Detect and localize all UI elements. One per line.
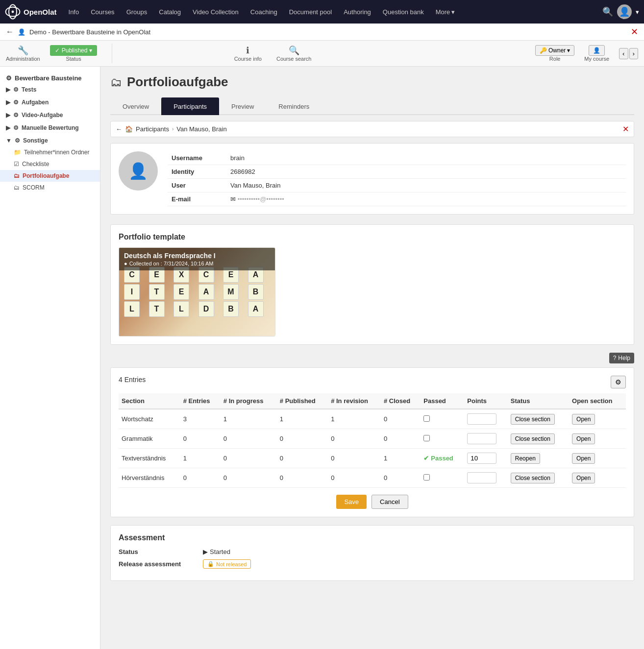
- user-info-table: Username brain Identity 2686982 User Van…: [168, 151, 626, 206]
- points-input[interactable]: [467, 453, 496, 464]
- open-button[interactable]: Open: [572, 473, 595, 483]
- sidebar-icon: ⚙: [6, 74, 12, 82]
- prev-arrow[interactable]: ‹: [619, 48, 628, 59]
- back-icon[interactable]: ←: [116, 125, 122, 133]
- my-course-button[interactable]: 👤: [589, 45, 605, 56]
- lock-icon: 🔒: [207, 561, 214, 567]
- email-text: ••••••••••@••••••••: [238, 195, 284, 203]
- open-cell: Open: [569, 429, 626, 449]
- col-closed: 0: [381, 409, 421, 429]
- open-button[interactable]: Open: [572, 414, 595, 425]
- sidebar-item-checkliste[interactable]: ☑ Checkliste: [0, 158, 100, 170]
- next-arrow[interactable]: ›: [629, 48, 638, 59]
- published-button[interactable]: ✓ Published ▾: [50, 45, 98, 56]
- nav-groups[interactable]: Groups: [122, 5, 152, 19]
- search-icon[interactable]: 🔍: [602, 6, 613, 17]
- tab-preview[interactable]: Preview: [219, 97, 266, 115]
- expand-icon: ▶: [6, 124, 10, 131]
- passed-checkbox[interactable]: [423, 474, 430, 481]
- entries-section: 4 Entries ⚙ Section # Entries # In progr…: [110, 367, 634, 517]
- course-info-item[interactable]: ℹ Course info: [234, 45, 262, 62]
- passed-cell: [421, 429, 464, 449]
- sidebar-item-scorm[interactable]: 🗂 SCORM: [0, 182, 100, 193]
- nav-document-pool[interactable]: Document pool: [284, 5, 337, 19]
- sidebar-item-manuelle-bewertung[interactable]: ▶ ⚙ Manuelle Bewertung: [0, 122, 100, 134]
- content-area: 🗂 Portfolioaufgabe Overview Participants…: [100, 67, 644, 649]
- sidebar-item-portfolioaufgabe[interactable]: 🗂 Portfolioaufgabe: [0, 170, 100, 182]
- top-navigation: OpenOlat Info Courses Groups Catalog Vid…: [0, 0, 644, 24]
- tile: L: [124, 301, 140, 317]
- sidebar-item-aufgaben[interactable]: ▶ ⚙ Aufgaben: [0, 96, 100, 108]
- participant-breadcrumb: ← 🏠 Participants › Van Mauso, Brain ✕: [110, 121, 634, 137]
- col-section: Section: [119, 393, 180, 409]
- main-layout: ⚙ Bewertbare Bausteine ▶ ⚙ Tests ▶ ⚙ Auf…: [0, 67, 644, 649]
- role-button[interactable]: 🔑 Owner ▾: [535, 45, 574, 56]
- close-button[interactable]: ✕: [631, 26, 638, 37]
- portfolio-section-title: Portfolio template: [119, 233, 626, 241]
- settings-button[interactable]: ⚙: [611, 376, 626, 388]
- col-published: 1: [277, 409, 328, 429]
- close-section-button[interactable]: Close section: [511, 473, 555, 483]
- course-search-label: Course search: [276, 56, 312, 62]
- sidebar-item-teilnehmer-ordner[interactable]: 📁 Teilnehmer*innen Ordner: [0, 146, 100, 158]
- nav-info[interactable]: Info: [64, 5, 84, 19]
- home-icon[interactable]: 👤: [18, 28, 25, 36]
- open-button[interactable]: Open: [572, 433, 595, 444]
- assessment-status-label: Status: [119, 548, 197, 555]
- help-button[interactable]: ? Help: [609, 353, 634, 363]
- nav-authoring[interactable]: Authoring: [339, 5, 376, 19]
- assessment-section: Assessment Status ▶ Started Release asse…: [110, 525, 634, 581]
- tab-overview[interactable]: Overview: [110, 97, 161, 115]
- open-button[interactable]: Open: [572, 453, 595, 464]
- passed-checkbox[interactable]: [423, 415, 430, 422]
- sidebar-group-video: ▶ ⚙ Video-Aufgabe: [0, 109, 100, 121]
- col-closed: 1: [381, 449, 421, 468]
- points-input[interactable]: [467, 472, 496, 483]
- nav-more[interactable]: More ▾: [431, 5, 460, 19]
- course-search-item[interactable]: 🔍 Course search: [276, 45, 312, 62]
- participant-close-button[interactable]: ✕: [622, 124, 629, 134]
- assessment-status-value: ▶ Started: [203, 548, 230, 555]
- home-icon[interactable]: 🏠: [125, 125, 133, 133]
- nav-coaching[interactable]: Coaching: [246, 5, 282, 19]
- passed-checkbox[interactable]: [423, 435, 430, 441]
- participants-link[interactable]: Participants: [136, 125, 169, 133]
- reopen-button[interactable]: Reopen: [511, 453, 540, 464]
- nav-catalog[interactable]: Catalog: [154, 5, 186, 19]
- close-section-button[interactable]: Close section: [511, 433, 555, 444]
- tile: B: [248, 284, 264, 300]
- nav-video-collection[interactable]: Video Collection: [188, 5, 244, 19]
- avatar[interactable]: 👤: [617, 4, 632, 19]
- table-row: Wortschatz31110Close sectionOpen: [119, 409, 626, 429]
- status-cell: Close section: [508, 429, 569, 449]
- cancel-button[interactable]: Cancel: [372, 495, 408, 509]
- chevron-down-icon[interactable]: ▾: [636, 8, 639, 16]
- points-cell: [464, 429, 507, 449]
- sidebar-item-video-aufgabe[interactable]: ▶ ⚙ Video-Aufgabe: [0, 109, 100, 121]
- points-input[interactable]: [467, 413, 496, 425]
- tab-participants[interactable]: Participants: [161, 97, 219, 115]
- nav-question-bank[interactable]: Question bank: [378, 5, 429, 19]
- nav-right: 🔍 👤 ▾: [602, 4, 639, 19]
- status-cell: Close section: [508, 409, 569, 429]
- col-points: Points: [464, 393, 507, 409]
- sidebar-item-sonstige[interactable]: ▼ ⚙ Sonstige: [0, 135, 100, 146]
- status-cell: Close section: [508, 468, 569, 488]
- administration-menu[interactable]: 🔧 Administration: [6, 45, 40, 62]
- portfolio-card[interactable]: C E X C E A I T E A M B L T L: [119, 247, 275, 337]
- sidebar: ⚙ Bewertbare Bausteine ▶ ⚙ Tests ▶ ⚙ Auf…: [0, 67, 100, 649]
- close-section-button[interactable]: Close section: [511, 414, 555, 425]
- points-input[interactable]: [467, 433, 496, 444]
- username-row: Username brain: [168, 151, 626, 165]
- logo[interactable]: OpenOlat: [5, 4, 57, 20]
- save-button[interactable]: Save: [336, 495, 367, 509]
- admin-label: Administration: [6, 56, 40, 62]
- col-published: 0: [277, 429, 328, 449]
- col-entries: 1: [180, 449, 221, 468]
- tab-reminders[interactable]: Reminders: [266, 97, 322, 115]
- video-icon: ⚙: [13, 112, 19, 119]
- nav-courses[interactable]: Courses: [86, 5, 119, 19]
- back-button[interactable]: ←: [6, 27, 14, 36]
- manuelle-icon: ⚙: [13, 124, 19, 131]
- sidebar-item-tests[interactable]: ▶ ⚙ Tests: [0, 84, 100, 96]
